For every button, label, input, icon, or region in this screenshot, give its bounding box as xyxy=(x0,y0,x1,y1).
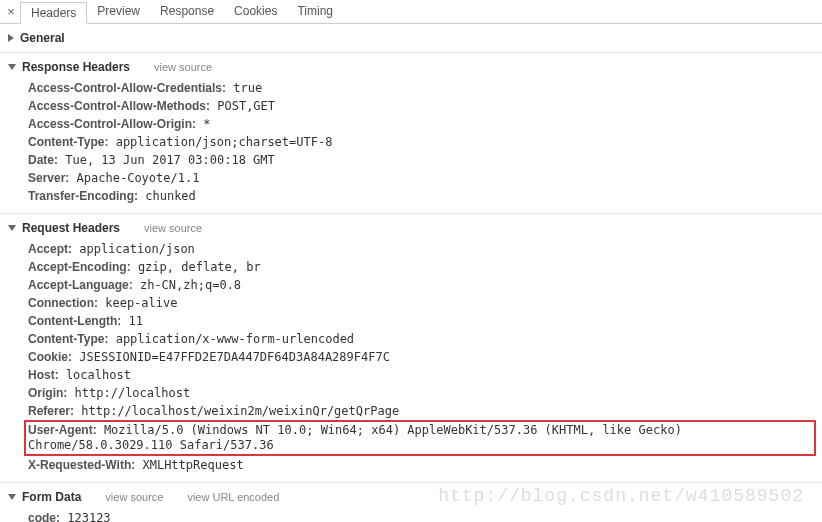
tab-timing[interactable]: Timing xyxy=(287,1,343,23)
chevron-down-icon xyxy=(8,64,16,70)
header-row: Accept-Language: zh-CN,zh;q=0.8 xyxy=(28,276,822,294)
header-key: X-Requested-With: xyxy=(28,458,135,472)
header-key: Accept: xyxy=(28,242,72,256)
request-headers-title: Request Headers xyxy=(22,221,120,235)
header-row: Content-Type: application/json;charset=U… xyxy=(28,133,822,151)
header-key: Content-Type: xyxy=(28,135,108,149)
header-key: Date: xyxy=(28,153,58,167)
form-data-toggle[interactable]: Form Data view source view URL encoded xyxy=(8,487,822,507)
header-row: Access-Control-Allow-Methods: POST,GET xyxy=(28,97,822,115)
header-value: Tue, 13 Jun 2017 03:00:18 GMT xyxy=(58,153,275,167)
header-row: Server: Apache-Coyote/1.1 xyxy=(28,169,822,187)
header-row: Host: localhost xyxy=(28,366,822,384)
header-row: Date: Tue, 13 Jun 2017 03:00:18 GMT xyxy=(28,151,822,169)
chevron-down-icon xyxy=(8,494,16,500)
view-url-encoded-link[interactable]: view URL encoded xyxy=(187,491,279,503)
header-value: application/x-www-form-urlencoded xyxy=(108,332,354,346)
close-icon[interactable]: × xyxy=(2,4,20,19)
header-row: Connection: keep-alive xyxy=(28,294,822,312)
view-source-link[interactable]: view source xyxy=(154,61,212,73)
header-key: Server: xyxy=(28,171,69,185)
header-row: Accept-Encoding: gzip, deflate, br xyxy=(28,258,822,276)
header-value: Mozilla/5.0 (Windows NT 10.0; Win64; x64… xyxy=(28,423,682,452)
response-headers-section: Response Headers view source Access-Cont… xyxy=(0,53,822,213)
header-key: Origin: xyxy=(28,386,67,400)
header-row: X-Requested-With: XMLHttpRequest xyxy=(28,456,822,474)
header-value: Apache-Coyote/1.1 xyxy=(69,171,199,185)
header-key: User-Agent: xyxy=(28,423,97,437)
header-value: gzip, deflate, br xyxy=(131,260,261,274)
header-key: Host: xyxy=(28,368,59,382)
general-section: General xyxy=(0,24,822,52)
header-value: 123123 xyxy=(60,511,111,523)
header-value: localhost xyxy=(59,368,131,382)
header-value: XMLHttpRequest xyxy=(135,458,243,472)
header-value: keep-alive xyxy=(98,296,177,310)
header-key: Content-Type: xyxy=(28,332,108,346)
header-row: Origin: http://localhost xyxy=(28,384,822,402)
header-key: code: xyxy=(28,511,60,523)
header-value: application/json xyxy=(72,242,195,256)
header-row: code: 123123 xyxy=(28,509,822,522)
general-toggle[interactable]: General xyxy=(8,28,822,48)
header-row: Access-Control-Allow-Origin: * xyxy=(28,115,822,133)
header-value: zh-CN,zh;q=0.8 xyxy=(133,278,241,292)
header-row: Referer: http://localhost/weixin2m/weixi… xyxy=(28,402,822,420)
form-data-title: Form Data xyxy=(22,490,81,504)
header-key: Transfer-Encoding: xyxy=(28,189,138,203)
tab-preview[interactable]: Preview xyxy=(87,1,150,23)
header-key: Cookie: xyxy=(28,350,72,364)
header-row: Content-Type: application/x-www-form-url… xyxy=(28,330,822,348)
form-data-section: Form Data view source view URL encoded c… xyxy=(0,483,822,522)
header-row: Access-Control-Allow-Credentials: true xyxy=(28,79,822,97)
header-key: Accept-Language: xyxy=(28,278,133,292)
header-key: Access-Control-Allow-Credentials: xyxy=(28,81,226,95)
header-row: Content-Length: 11 xyxy=(28,312,822,330)
tab-response[interactable]: Response xyxy=(150,1,224,23)
tab-headers[interactable]: Headers xyxy=(20,2,87,24)
header-value: true xyxy=(226,81,262,95)
header-key: Connection: xyxy=(28,296,98,310)
header-key: Access-Control-Allow-Methods: xyxy=(28,99,210,113)
chevron-right-icon xyxy=(8,34,14,42)
request-headers-toggle[interactable]: Request Headers view source xyxy=(8,218,822,238)
header-row: User-Agent: Mozilla/5.0 (Windows NT 10.0… xyxy=(24,420,816,456)
header-row: Transfer-Encoding: chunked xyxy=(28,187,822,205)
header-value: POST,GET xyxy=(210,99,275,113)
header-value: JSESSIONID=E47FFD2E7DA447DF64D3A84A289F4… xyxy=(72,350,390,364)
header-key: Content-Length: xyxy=(28,314,121,328)
header-value: * xyxy=(196,117,210,131)
header-value: http://localhost xyxy=(67,386,190,400)
view-source-link[interactable]: view source xyxy=(105,491,163,503)
view-source-link[interactable]: view source xyxy=(144,222,202,234)
header-row: Accept: application/json xyxy=(28,240,822,258)
general-title: General xyxy=(20,31,65,45)
response-headers-toggle[interactable]: Response Headers view source xyxy=(8,57,822,77)
request-headers-section: Request Headers view source Accept: appl… xyxy=(0,214,822,482)
header-value: application/json;charset=UTF-8 xyxy=(108,135,332,149)
tabs-bar: × HeadersPreviewResponseCookiesTiming xyxy=(0,0,822,24)
header-value: http://localhost/weixin2m/weixinQr/getQr… xyxy=(74,404,399,418)
response-headers-title: Response Headers xyxy=(22,60,130,74)
header-value: 11 xyxy=(121,314,143,328)
header-key: Referer: xyxy=(28,404,74,418)
tab-cookies[interactable]: Cookies xyxy=(224,1,287,23)
header-row: Cookie: JSESSIONID=E47FFD2E7DA447DF64D3A… xyxy=(28,348,822,366)
chevron-down-icon xyxy=(8,225,16,231)
header-value: chunked xyxy=(138,189,196,203)
header-key: Accept-Encoding: xyxy=(28,260,131,274)
header-key: Access-Control-Allow-Origin: xyxy=(28,117,196,131)
